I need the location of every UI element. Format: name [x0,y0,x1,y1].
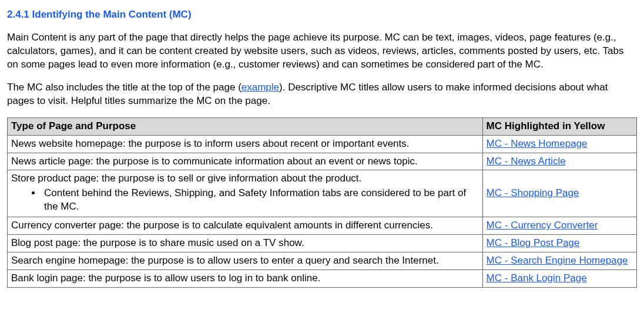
cell-type-text: News article page: the purpose is to com… [11,156,418,167]
cell-type-purpose: Bank login page: the purpose is to allow… [8,270,483,288]
cell-mc-link: MC - Currency Converter [482,217,636,235]
cell-type-text: Currency converter page: the purpose is … [11,220,433,231]
cell-mc-link: MC - Shopping Page [482,170,636,217]
table-row: News article page: the purpose is to com… [8,153,637,170]
cell-type-purpose: Search engine homepage: the purpose is t… [8,252,483,270]
cell-type-purpose: Store product page: the purpose is to se… [8,170,483,217]
cell-mc-link: MC - Bank Login Page [482,270,636,288]
cell-mc-link: MC - Blog Post Page [482,235,636,252]
cell-type-text: Search engine homepage: the purpose is t… [11,255,439,266]
example-link[interactable]: example [242,82,279,93]
table-row: Bank login page: the purpose is to allow… [8,270,637,288]
mc-link[interactable]: MC - Search Engine Homepage [487,255,628,266]
cell-type-purpose: News article page: the purpose is to com… [8,153,483,170]
mc-link[interactable]: MC - Shopping Page [487,187,579,198]
col-header-mc: MC Highlighted in Yellow [482,117,636,135]
mc-link[interactable]: MC - News Article [487,156,566,167]
cell-type-text: Blog post page: the purpose is to share … [11,237,304,248]
mc-link[interactable]: MC - Blog Post Page [487,237,580,248]
table-row: Blog post page: the purpose is to share … [8,235,637,252]
cell-type-purpose: Blog post page: the purpose is to share … [8,235,483,252]
mc-examples-table: Type of Page and Purpose MC Highlighted … [7,117,637,288]
mc-link[interactable]: MC - News Homepage [487,138,588,149]
intro-paragraph-2: The MC also includes the title at the to… [7,81,637,108]
cell-sub-bullet-list: Content behind the Reviews, Shipping, an… [11,187,479,214]
cell-mc-link: MC - Search Engine Homepage [482,252,636,270]
cell-type-text: Store product page: the purpose is to se… [11,173,361,184]
cell-mc-link: MC - News Homepage [482,135,636,153]
cell-type-purpose: News website homepage: the purpose is to… [8,135,483,153]
cell-mc-link: MC - News Article [482,153,636,170]
mc-link[interactable]: MC - Currency Converter [487,220,598,231]
intro-paragraph-1: Main Content is any part of the page tha… [7,31,637,72]
table-row: News website homepage: the purpose is to… [8,135,637,153]
table-row: Currency converter page: the purpose is … [8,217,637,235]
cell-type-text: News website homepage: the purpose is to… [11,138,410,149]
cell-type-purpose: Currency converter page: the purpose is … [8,217,483,235]
mc-link[interactable]: MC - Bank Login Page [487,272,587,284]
section-heading: 2.4.1 Identifying the Main Content (MC) [7,8,637,22]
col-header-type: Type of Page and Purpose [8,117,483,135]
table-row: Search engine homepage: the purpose is t… [8,252,637,270]
cell-sub-bullet: Content behind the Reviews, Shipping, an… [42,187,479,214]
cell-type-text: Bank login page: the purpose is to allow… [11,272,320,284]
table-header-row: Type of Page and Purpose MC Highlighted … [8,117,637,135]
para2-before: The MC also includes the title at the to… [7,82,242,93]
table-row: Store product page: the purpose is to se… [8,170,637,217]
